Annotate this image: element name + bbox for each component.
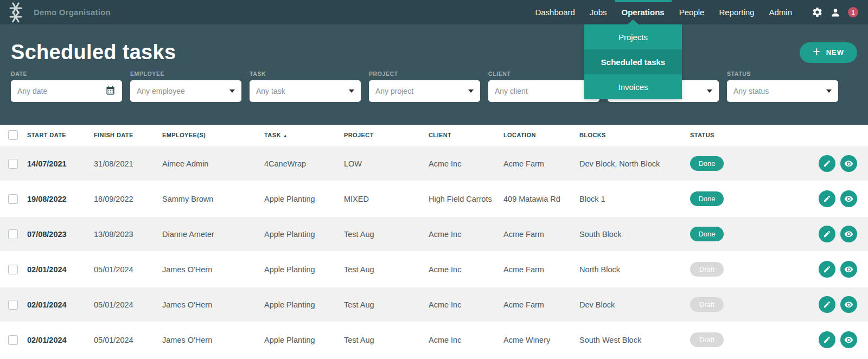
cell-location: Acme Farm	[503, 265, 579, 274]
cell-finish-date: 13/08/2023	[94, 230, 162, 239]
cell-start-date: 14/07/2021	[27, 159, 94, 168]
col-start-date[interactable]: START DATE	[27, 132, 94, 138]
cell-location: Acme Farm	[503, 300, 579, 309]
cell-employees: Aimee Admin	[162, 159, 264, 168]
cell-client: Acme Inc	[429, 230, 503, 239]
view-button[interactable]	[840, 261, 857, 278]
cell-blocks: North Block	[579, 265, 690, 274]
cell-blocks: Dev Block	[579, 300, 690, 309]
nav-item-jobs[interactable]: Jobs	[590, 0, 607, 24]
row-checkbox[interactable]	[8, 335, 18, 345]
col-client[interactable]: CLIENT	[429, 132, 503, 138]
cell-project: Test Aug	[344, 336, 429, 344]
row-checkbox[interactable]	[8, 265, 18, 274]
view-button[interactable]	[840, 331, 857, 348]
cell-project: Test Aug	[344, 230, 429, 239]
user-icon[interactable]	[830, 7, 841, 18]
filter-project: PROJECT Any project	[369, 70, 480, 102]
nav-item-reporting[interactable]: Reporting	[719, 0, 754, 24]
cell-employees: Sammy Brown	[162, 195, 264, 203]
col-finish-date[interactable]: FINISH DATE	[94, 132, 162, 138]
operations-dropdown-menu: Projects Scheduled tasks Invoices	[584, 24, 682, 99]
table-row: 19/08/2022 18/09/2022 Sammy Brown Apple …	[0, 181, 868, 216]
nav-item-people[interactable]: People	[679, 0, 705, 24]
page-title: Scheduled tasks	[11, 41, 176, 64]
cell-client: Acme Inc	[429, 336, 503, 344]
plus-icon: +	[813, 46, 820, 58]
cell-start-date: 02/01/2024	[27, 300, 94, 309]
table-row: 02/01/2024 05/01/2024 James O'Hern Apple…	[0, 322, 868, 357]
org-logo-snowflake-icon[interactable]	[5, 1, 26, 24]
col-task[interactable]: TASK▲	[264, 132, 344, 138]
view-button[interactable]	[840, 226, 857, 242]
cell-employees: James O'Hern	[162, 300, 264, 309]
employee-select[interactable]: Any employee	[130, 80, 241, 102]
cell-finish-date: 31/08/2021	[94, 159, 162, 168]
nav-item-admin[interactable]: Admin	[769, 0, 792, 24]
nav-item-dashboard[interactable]: Dashboard	[535, 0, 575, 24]
row-checkbox[interactable]	[8, 229, 18, 239]
view-button[interactable]	[840, 190, 857, 207]
gear-icon[interactable]	[812, 7, 823, 18]
edit-button[interactable]	[819, 190, 835, 207]
cell-finish-date: 18/09/2022	[94, 195, 162, 203]
cell-employees: Dianne Ameter	[162, 230, 264, 239]
col-location[interactable]: LOCATION	[503, 132, 579, 138]
cell-project: Test Aug	[344, 265, 429, 274]
filter-status: STATUS Any status	[727, 70, 838, 102]
cell-location: Acme Farm	[503, 230, 579, 239]
cell-project: MIXED	[344, 195, 429, 203]
date-input[interactable]	[17, 87, 93, 95]
col-project[interactable]: PROJECT	[344, 132, 429, 138]
edit-button[interactable]	[819, 155, 835, 172]
row-checkbox[interactable]	[8, 159, 18, 169]
project-select[interactable]: Any project	[369, 80, 480, 102]
row-checkbox[interactable]	[8, 300, 18, 310]
select-all-checkbox[interactable]	[8, 130, 18, 140]
filter-client: CLIENT Any client	[488, 70, 599, 102]
chevron-down-icon	[707, 89, 712, 93]
cell-blocks: Block 1	[579, 195, 690, 203]
row-checkbox[interactable]	[8, 194, 18, 204]
view-button[interactable]	[840, 155, 857, 172]
cell-task: Apple Planting	[264, 300, 344, 309]
top-navbar: Demo Organisation Dashboard Jobs Operati…	[0, 0, 868, 24]
navbar-brand: Demo Organisation	[5, 0, 111, 24]
menu-item-projects[interactable]: Projects	[584, 24, 682, 49]
new-button[interactable]: + NEW	[800, 42, 857, 63]
view-button[interactable]	[840, 296, 857, 313]
cell-client: Acme Inc	[429, 300, 503, 309]
edit-button[interactable]	[819, 261, 835, 278]
status-badge: Done	[690, 191, 724, 206]
calendar-icon	[105, 85, 116, 98]
edit-button[interactable]	[819, 331, 835, 348]
cell-start-date: 07/08/2023	[27, 230, 94, 239]
cell-project: Test Aug	[344, 300, 429, 309]
col-employees[interactable]: EMPLOYEE(S)	[162, 132, 264, 138]
status-select[interactable]: Any status	[727, 80, 838, 102]
task-select[interactable]: Any task	[250, 80, 361, 102]
date-filter-box[interactable]	[11, 80, 122, 102]
cell-client: Acme Inc	[429, 159, 503, 168]
cell-blocks: Dev Block, North Block	[579, 159, 690, 168]
cell-location: Acme Winery	[503, 336, 579, 344]
org-name: Demo Organisation	[34, 8, 111, 17]
page-header: Scheduled tasks + NEW DATE EMPLOYEE Any	[0, 24, 868, 125]
edit-button[interactable]	[819, 296, 835, 313]
menu-item-scheduled-tasks[interactable]: Scheduled tasks	[584, 49, 682, 74]
cell-blocks: South West Block	[579, 336, 690, 344]
cell-employees: James O'Hern	[162, 336, 264, 344]
cell-finish-date: 05/01/2024	[94, 336, 162, 344]
cell-location: 409 Matawia Rd	[503, 195, 579, 203]
cell-task: 4CaneWrap	[264, 159, 344, 168]
col-status[interactable]: STATUS	[690, 132, 761, 138]
filter-date: DATE	[11, 70, 122, 102]
cell-task: Apple Planting	[264, 265, 344, 274]
cell-client: Acme Inc	[429, 265, 503, 274]
col-blocks[interactable]: BLOCKS	[579, 132, 690, 138]
client-select[interactable]: Any client	[488, 80, 599, 102]
notification-badge[interactable]: 1	[848, 7, 858, 17]
menu-item-invoices[interactable]: Invoices	[584, 74, 682, 99]
table-row: 02/01/2024 05/01/2024 James O'Hern Apple…	[0, 251, 868, 286]
edit-button[interactable]	[819, 226, 835, 242]
